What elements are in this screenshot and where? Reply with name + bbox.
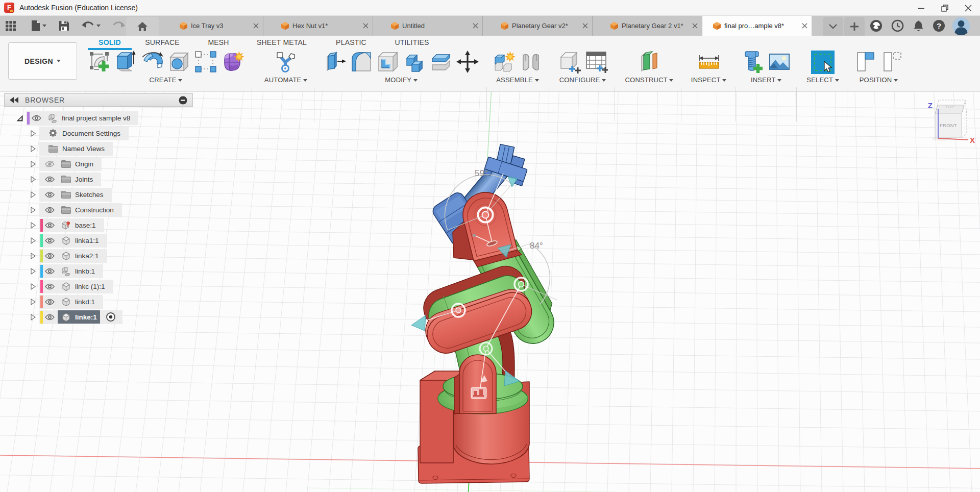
document-tab[interactable]: final pro…ample v8* [702, 16, 812, 36]
browser-row[interactable]: Document Settings [4, 126, 193, 141]
automated-modeling-button[interactable] [274, 50, 298, 73]
expander-collapsed-icon[interactable] [30, 161, 37, 167]
help-icon[interactable]: ? [933, 19, 945, 32]
canvas-button[interactable] [768, 50, 791, 73]
home-button[interactable] [126, 17, 159, 36]
new-tab-button[interactable] [844, 17, 865, 36]
activate-component-radio[interactable] [104, 310, 117, 324]
group-label-inspect[interactable]: INSPECT [687, 76, 731, 84]
select-button[interactable] [811, 50, 835, 75]
visibility-eye-icon[interactable] [45, 283, 55, 290]
browser-row[interactable]: Origin [4, 156, 193, 171]
extrude-button[interactable] [114, 50, 138, 73]
group-label-configure[interactable]: CONFIGURE [554, 76, 611, 84]
tab-overflow-button[interactable] [823, 17, 843, 36]
hole-button[interactable] [167, 50, 191, 73]
browser-header[interactable]: BROWSER [4, 93, 193, 107]
pattern-button[interactable] [194, 50, 217, 73]
visibility-eye-icon[interactable] [45, 237, 55, 244]
robot-arm-model[interactable] [418, 144, 566, 483]
combine-button[interactable] [403, 50, 426, 73]
visibility-eye-off-icon[interactable] [45, 161, 55, 167]
document-tab[interactable]: Planetary Gear v2* [482, 16, 592, 36]
construction-plane-button[interactable] [638, 50, 661, 73]
create-sketch-button[interactable] [88, 50, 111, 73]
fillet-button[interactable] [350, 50, 373, 73]
ribbon-tab[interactable]: PLASTIC [336, 38, 366, 46]
expander-collapsed-icon[interactable] [30, 176, 37, 183]
expander-collapsed-icon[interactable] [30, 207, 37, 213]
expander-collapsed-icon[interactable] [30, 222, 37, 229]
group-label-automate[interactable]: AUTOMATE [258, 76, 314, 84]
revolve-button[interactable] [141, 50, 164, 73]
expander-collapsed-icon[interactable] [30, 145, 37, 152]
ribbon-tab[interactable]: MESH [208, 38, 229, 46]
revert-position-button[interactable] [880, 50, 904, 73]
notifications-bell-icon[interactable] [913, 20, 924, 32]
visibility-eye-icon[interactable] [45, 176, 55, 183]
browser-row[interactable]: Named Views [4, 141, 193, 156]
expander-collapsed-icon[interactable] [30, 299, 37, 305]
workspace-selector[interactable]: DESIGN [8, 42, 77, 80]
create-form-button[interactable] [220, 50, 244, 73]
ribbon-tab[interactable]: SOLID [99, 38, 121, 46]
configuration-button[interactable] [558, 50, 581, 73]
ribbon-tab[interactable]: SHEET METAL [257, 38, 307, 46]
app-grid-icon[interactable] [5, 20, 16, 32]
group-label-insert[interactable]: INSERT [740, 76, 792, 84]
tab-close-icon[interactable] [582, 23, 588, 29]
undo-caret[interactable] [96, 24, 101, 27]
group-label-construct[interactable]: CONSTRUCT [624, 76, 675, 84]
save-icon[interactable] [59, 20, 69, 31]
maximize-button[interactable] [933, 0, 957, 16]
close-button[interactable] [957, 0, 980, 16]
expander-collapsed-icon[interactable] [30, 253, 37, 259]
group-label-modify[interactable]: MODIFY [317, 76, 485, 84]
browser-row[interactable]: base:1 [4, 217, 193, 233]
group-label-create[interactable]: CREATE [82, 76, 250, 84]
expander-collapsed-icon[interactable] [30, 191, 37, 198]
configuration-table-button[interactable] [584, 50, 608, 73]
tab-close-icon[interactable] [473, 23, 478, 29]
browser-row[interactable]: linkb:1 [4, 263, 193, 279]
ribbon-tab[interactable]: UTILITIES [395, 38, 429, 46]
split-body-button[interactable] [429, 50, 453, 73]
browser-row[interactable]: Sketches [4, 187, 193, 202]
browser-row[interactable]: Joints [4, 171, 193, 187]
file-menu-icon[interactable] [31, 20, 46, 32]
measure-button[interactable] [697, 50, 721, 73]
browser-row[interactable]: linkc (1):1 [4, 279, 193, 294]
recent-clock-icon[interactable] [891, 19, 904, 32]
file-menu-caret[interactable] [42, 24, 46, 27]
expander-collapsed-icon[interactable] [30, 314, 37, 321]
visibility-eye-icon[interactable] [32, 115, 41, 121]
document-tab[interactable]: Planetary Gear 2 v1* [592, 16, 702, 36]
joint-button[interactable] [519, 50, 543, 73]
expander-collapsed-icon[interactable] [30, 237, 37, 244]
extensions-icon[interactable] [870, 19, 883, 32]
tab-close-icon[interactable] [253, 23, 259, 29]
expander-collapsed-icon[interactable] [30, 130, 37, 137]
expander-collapsed-icon[interactable] [30, 283, 37, 290]
tab-close-icon[interactable] [692, 23, 698, 29]
new-component-button[interactable] [493, 50, 516, 73]
ribbon-tab[interactable]: SURFACE [145, 38, 180, 46]
undo-icon[interactable] [82, 21, 101, 31]
expander-collapsed-icon[interactable] [30, 268, 37, 275]
document-tab[interactable]: Ice Tray v3 [162, 16, 263, 36]
expander-expanded-icon[interactable] [16, 115, 23, 121]
browser-row[interactable]: final project sample v8 [4, 110, 193, 126]
visibility-eye-icon[interactable] [45, 314, 55, 321]
group-label-position[interactable]: POSITION [851, 76, 906, 84]
account-avatar[interactable] [952, 17, 970, 35]
browser-row[interactable]: Construction [4, 202, 193, 217]
browser-row[interactable]: linka2:1 [4, 248, 193, 263]
shell-button[interactable] [376, 50, 400, 73]
browser-row[interactable]: linkd:1 [4, 294, 193, 309]
document-tab[interactable]: Untitled [373, 16, 482, 36]
document-tab[interactable]: Hex Nut v1* [263, 16, 373, 36]
tab-close-icon[interactable] [363, 23, 369, 29]
browser-row[interactable]: linke:1 [4, 309, 193, 325]
collapse-panel-icon[interactable] [10, 97, 19, 103]
visibility-eye-icon[interactable] [45, 268, 55, 275]
